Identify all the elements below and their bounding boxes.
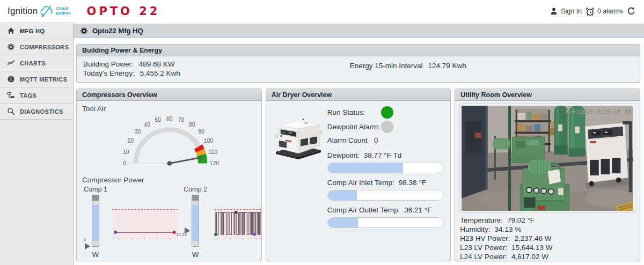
run-status-label: Run Status:: [327, 108, 365, 116]
cloud-icon: [39, 5, 55, 18]
comp1-unit: W: [92, 251, 99, 259]
comp2-sparkline: [214, 207, 262, 241]
svg-text:80: 80: [189, 122, 195, 128]
sign-in-button[interactable]: Sign In: [550, 7, 582, 16]
sidebar-item-label: COMPRESSORS: [20, 44, 69, 50]
air-dryer-image: [273, 113, 324, 228]
svg-text:90: 90: [198, 129, 204, 135]
dewpoint-bar-fill: [328, 163, 403, 173]
refresh-button[interactable]: [627, 7, 635, 16]
sidebar-item-label: MFG HQ: [20, 28, 45, 34]
camera-timestamp: 6/6/2025 8:25:24 AM: [566, 108, 631, 115]
dewpoint-alarm-label: Dewpoint Alarm:: [327, 123, 380, 131]
svg-text:10: 10: [123, 149, 129, 155]
sidebar-item-tags[interactable]: TAGS: [0, 87, 73, 104]
chart-line-icon: [7, 59, 15, 67]
sidebar-item-label: MQTT METRICS: [20, 76, 68, 83]
comp1-indicator: Comp 1 0 W: [83, 186, 108, 259]
svg-text:40: 40: [144, 122, 150, 128]
alarm-clock-icon: [586, 7, 595, 16]
view-header[interactable]: Opto22 Mfg HQ: [74, 24, 644, 38]
air-dryer-panel: Air Dryer Overview: [266, 89, 451, 261]
sidebar-item-label: TAGS: [20, 92, 36, 99]
info-icon: [7, 75, 15, 83]
page-title: Opto22 Mfg HQ: [92, 27, 143, 35]
cloud-edition-label: Cloud Edition: [56, 6, 70, 16]
sidebar-item-charts[interactable]: CHARTS: [0, 55, 73, 71]
top-bar: Ignition Cloud Edition OPTO 22 Sign In: [0, 0, 644, 23]
search-icon: [7, 107, 15, 115]
sidebar-item-diagnostics[interactable]: DIAGNOSTICS: [0, 104, 73, 120]
comp1-pointer: [85, 243, 90, 249]
panel-title: Building Power & Energy: [77, 45, 640, 56]
alarm-count-value: 0: [374, 136, 378, 144]
svg-text:30: 30: [135, 129, 141, 135]
svg-text:100: 100: [204, 138, 214, 144]
inlet-temp-value: 98.38 °F: [399, 179, 426, 187]
run-status-led: [381, 106, 393, 119]
comp2-value-label: 15,36: [176, 232, 187, 237]
utility-room-panel: Utility Room Overview: [455, 89, 640, 261]
gear-icon: [7, 43, 15, 51]
interval-label: Energy 15-min Interval: [350, 62, 423, 70]
panel-title: Air Dryer Overview: [266, 89, 451, 101]
svg-text:110: 110: [208, 149, 217, 155]
utility-readings: Temperature:79.02 °F Humidity:34.13 % H2…: [460, 216, 635, 261]
outlet-temp-bar: [327, 217, 444, 228]
sidebar-item-label: DIAGNOSTICS: [20, 108, 63, 115]
opto22-logo: OPTO 22: [87, 4, 160, 18]
alarms-count-label: 0 alarms: [597, 8, 623, 15]
sidebar-item-mqtt-metrics[interactable]: MQTT METRICS: [0, 71, 73, 87]
svg-text:50: 50: [155, 117, 161, 123]
sidebar-item-mfg-hq[interactable]: MFG HQ: [0, 23, 73, 39]
building-power-value: 489.68 KW: [139, 60, 175, 69]
l24-lv-power-label: L24 LV Power:: [460, 253, 507, 261]
h23-hv-power-label: H23 HV Power:: [460, 234, 510, 242]
svg-text:0: 0: [123, 160, 126, 166]
comp1-sparkline: [112, 207, 178, 241]
refresh-icon: [627, 7, 635, 16]
ignition-wordmark: Ignition: [8, 6, 38, 17]
l24-lv-power-value: 4,617.02 W: [511, 253, 548, 261]
dewpoint-bar: [327, 163, 444, 173]
temperature-value: 79.02 °F: [507, 216, 535, 224]
ignition-logo: Ignition Cloud Edition OPTO 22: [8, 5, 160, 18]
svg-text:120: 120: [210, 160, 219, 166]
dewpoint-alarm-led: [381, 121, 393, 133]
alarms-button[interactable]: 0 alarms: [586, 7, 623, 16]
sidebar-item-compressors[interactable]: COMPRESSORS: [0, 39, 73, 55]
todays-energy-label: Today's Energy:: [83, 69, 135, 78]
comp2-indicator: Comp 2 15,36 W: [183, 186, 208, 259]
building-power-panel: Building Power & Energy Building Power: …: [76, 44, 640, 83]
inlet-temp-label: Comp Air Inlet Temp:: [327, 179, 394, 187]
inlet-temp-bar: [327, 190, 444, 201]
panel-title: Compressors Overview: [77, 89, 261, 101]
gear-icon: [80, 27, 88, 35]
home-icon: [7, 27, 15, 35]
tags-icon: [7, 91, 15, 99]
alarm-count-label: Alarm Count: [327, 136, 368, 144]
svg-text:70: 70: [178, 117, 185, 123]
comp2-level-bar: 15,36: [192, 195, 199, 247]
comp2-unit: W: [192, 251, 199, 259]
user-icon: [550, 7, 558, 16]
panel-title: Utility Room Overview: [455, 89, 640, 101]
compressors-panel: Compressors Overview Tool Air 0102030405…: [76, 89, 262, 261]
comp1-level-bar: 0: [92, 195, 99, 247]
sidebar: MFG HQ COMPRESSORS CHARTS: [0, 23, 74, 265]
comp2-label: Comp 2: [184, 186, 207, 193]
camera-feed: 6/6/2025 8:25:24 AM: [460, 104, 635, 212]
todays-energy-value: 5,455.2 Kwh: [140, 69, 180, 78]
humidity-label: Humidity:: [460, 225, 490, 233]
outlet-temp-bar-fill: [328, 218, 358, 227]
svg-text:60: 60: [166, 116, 173, 122]
camera-image: 6/6/2025 8:25:24 AM: [462, 106, 633, 211]
dewpoint-value: 38.77 °F Td: [364, 151, 401, 159]
l23-lv-power-label: L23 LV Power:: [460, 244, 507, 252]
h23-hv-power-value: 2,237.46 W: [514, 234, 551, 242]
sidebar-item-label: CHARTS: [20, 60, 46, 67]
temperature-label: Temperature:: [460, 216, 503, 224]
tool-air-gauge: 0102030405060708090100110120: [82, 114, 256, 171]
outlet-temp-label: Comp Air Outlet Temp:: [327, 206, 400, 214]
interval-value: 124.79 Kwh: [428, 62, 466, 70]
